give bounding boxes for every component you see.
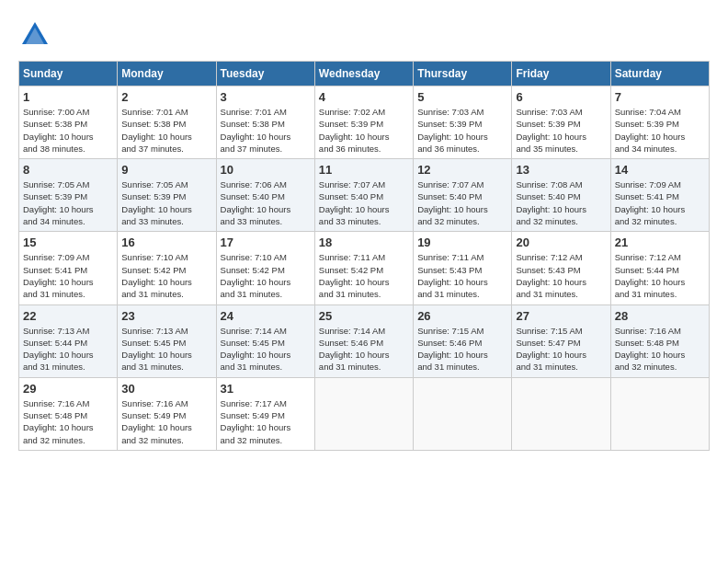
day-info: Sunrise: 7:01 AM Sunset: 5:38 PM Dayligh… bbox=[121, 106, 211, 155]
day-info: Sunrise: 7:05 AM Sunset: 5:39 PM Dayligh… bbox=[23, 178, 113, 227]
calendar-cell: 10Sunrise: 7:06 AM Sunset: 5:40 PM Dayli… bbox=[216, 159, 314, 232]
calendar-cell: 25Sunrise: 7:14 AM Sunset: 5:46 PM Dayli… bbox=[314, 304, 413, 377]
day-info: Sunrise: 7:06 AM Sunset: 5:40 PM Dayligh… bbox=[221, 178, 311, 227]
calendar-cell: 26Sunrise: 7:15 AM Sunset: 5:46 PM Dayli… bbox=[414, 304, 512, 377]
day-info: Sunrise: 7:10 AM Sunset: 5:42 PM Dayligh… bbox=[121, 251, 211, 300]
day-info: Sunrise: 7:01 AM Sunset: 5:38 PM Dayligh… bbox=[221, 106, 311, 155]
day-info: Sunrise: 7:07 AM Sunset: 5:40 PM Dayligh… bbox=[417, 178, 507, 227]
day-info: Sunrise: 7:13 AM Sunset: 5:45 PM Dayligh… bbox=[121, 325, 211, 373]
day-number: 21 bbox=[615, 236, 705, 249]
day-number: 25 bbox=[319, 309, 409, 323]
day-number: 23 bbox=[121, 309, 211, 323]
calendar-cell: 17Sunrise: 7:10 AM Sunset: 5:42 PM Dayli… bbox=[216, 232, 314, 304]
calendar-cell: 9Sunrise: 7:05 AM Sunset: 5:39 PM Daylig… bbox=[118, 159, 216, 232]
weekday-header: Thursday bbox=[414, 62, 512, 86]
calendar-cell: 5Sunrise: 7:03 AM Sunset: 5:39 PM Daylig… bbox=[414, 86, 512, 159]
day-number: 20 bbox=[516, 236, 606, 249]
calendar-week-row: 22Sunrise: 7:13 AM Sunset: 5:44 PM Dayli… bbox=[19, 304, 710, 377]
day-number: 4 bbox=[319, 90, 409, 104]
calendar-cell: 18Sunrise: 7:11 AM Sunset: 5:42 PM Dayli… bbox=[314, 232, 413, 304]
calendar-cell: 14Sunrise: 7:09 AM Sunset: 5:41 PM Dayli… bbox=[610, 159, 709, 232]
logo-icon bbox=[18, 18, 51, 52]
day-info: Sunrise: 7:08 AM Sunset: 5:40 PM Dayligh… bbox=[516, 178, 606, 227]
header-row: SundayMondayTuesdayWednesdayThursdayFrid… bbox=[19, 62, 710, 86]
day-info: Sunrise: 7:03 AM Sunset: 5:39 PM Dayligh… bbox=[417, 106, 507, 155]
day-info: Sunrise: 7:00 AM Sunset: 5:38 PM Dayligh… bbox=[23, 106, 113, 155]
day-number: 3 bbox=[221, 90, 311, 104]
calendar-cell: 7Sunrise: 7:04 AM Sunset: 5:39 PM Daylig… bbox=[610, 86, 709, 159]
calendar-cell: 24Sunrise: 7:14 AM Sunset: 5:45 PM Dayli… bbox=[216, 304, 314, 377]
day-info: Sunrise: 7:09 AM Sunset: 5:41 PM Dayligh… bbox=[23, 251, 113, 300]
day-number: 22 bbox=[23, 309, 113, 323]
calendar-cell: 6Sunrise: 7:03 AM Sunset: 5:39 PM Daylig… bbox=[512, 86, 610, 159]
day-info: Sunrise: 7:12 AM Sunset: 5:44 PM Dayligh… bbox=[615, 251, 705, 300]
day-number: 17 bbox=[221, 236, 311, 249]
day-number: 16 bbox=[121, 236, 211, 249]
day-info: Sunrise: 7:03 AM Sunset: 5:39 PM Dayligh… bbox=[516, 106, 606, 155]
day-number: 31 bbox=[221, 382, 311, 396]
day-number: 6 bbox=[516, 90, 606, 104]
weekday-header: Tuesday bbox=[216, 62, 314, 86]
calendar-cell bbox=[314, 377, 413, 450]
calendar-cell bbox=[512, 377, 610, 450]
day-info: Sunrise: 7:13 AM Sunset: 5:44 PM Dayligh… bbox=[23, 325, 113, 373]
day-number: 1 bbox=[23, 90, 113, 104]
calendar-cell: 20Sunrise: 7:12 AM Sunset: 5:43 PM Dayli… bbox=[512, 232, 610, 304]
calendar-cell: 22Sunrise: 7:13 AM Sunset: 5:44 PM Dayli… bbox=[19, 304, 118, 377]
header bbox=[18, 18, 710, 52]
calendar-cell: 21Sunrise: 7:12 AM Sunset: 5:44 PM Dayli… bbox=[610, 232, 709, 304]
calendar-cell: 29Sunrise: 7:16 AM Sunset: 5:48 PM Dayli… bbox=[19, 377, 118, 450]
day-number: 18 bbox=[319, 236, 409, 249]
calendar-cell: 31Sunrise: 7:17 AM Sunset: 5:49 PM Dayli… bbox=[216, 377, 314, 450]
calendar-week-row: 8Sunrise: 7:05 AM Sunset: 5:39 PM Daylig… bbox=[19, 159, 710, 232]
calendar-cell bbox=[414, 377, 512, 450]
calendar-cell: 27Sunrise: 7:15 AM Sunset: 5:47 PM Dayli… bbox=[512, 304, 610, 377]
calendar-week-row: 1Sunrise: 7:00 AM Sunset: 5:38 PM Daylig… bbox=[19, 86, 710, 159]
calendar-cell: 12Sunrise: 7:07 AM Sunset: 5:40 PM Dayli… bbox=[414, 159, 512, 232]
calendar-cell: 13Sunrise: 7:08 AM Sunset: 5:40 PM Dayli… bbox=[512, 159, 610, 232]
day-number: 5 bbox=[417, 90, 507, 104]
calendar-week-row: 15Sunrise: 7:09 AM Sunset: 5:41 PM Dayli… bbox=[19, 232, 710, 304]
day-info: Sunrise: 7:14 AM Sunset: 5:46 PM Dayligh… bbox=[319, 325, 409, 373]
calendar-cell: 19Sunrise: 7:11 AM Sunset: 5:43 PM Dayli… bbox=[414, 232, 512, 304]
day-info: Sunrise: 7:16 AM Sunset: 5:49 PM Dayligh… bbox=[121, 397, 211, 446]
day-info: Sunrise: 7:09 AM Sunset: 5:41 PM Dayligh… bbox=[615, 178, 705, 227]
day-info: Sunrise: 7:04 AM Sunset: 5:39 PM Dayligh… bbox=[615, 106, 705, 155]
day-info: Sunrise: 7:14 AM Sunset: 5:45 PM Dayligh… bbox=[221, 325, 311, 373]
weekday-header: Friday bbox=[512, 62, 610, 86]
day-number: 30 bbox=[121, 382, 211, 396]
day-number: 12 bbox=[417, 163, 507, 177]
weekday-header: Sunday bbox=[19, 62, 118, 86]
calendar-cell: 4Sunrise: 7:02 AM Sunset: 5:39 PM Daylig… bbox=[314, 86, 413, 159]
day-number: 7 bbox=[615, 90, 705, 104]
day-number: 10 bbox=[221, 163, 311, 177]
day-info: Sunrise: 7:11 AM Sunset: 5:43 PM Dayligh… bbox=[417, 251, 507, 300]
weekday-header: Wednesday bbox=[314, 62, 413, 86]
day-number: 15 bbox=[23, 236, 113, 249]
day-number: 13 bbox=[516, 163, 606, 177]
day-info: Sunrise: 7:15 AM Sunset: 5:47 PM Dayligh… bbox=[516, 325, 606, 373]
calendar-cell: 15Sunrise: 7:09 AM Sunset: 5:41 PM Dayli… bbox=[19, 232, 118, 304]
day-info: Sunrise: 7:05 AM Sunset: 5:39 PM Dayligh… bbox=[121, 178, 211, 227]
calendar-cell: 16Sunrise: 7:10 AM Sunset: 5:42 PM Dayli… bbox=[118, 232, 216, 304]
day-number: 27 bbox=[516, 309, 606, 323]
day-info: Sunrise: 7:07 AM Sunset: 5:40 PM Dayligh… bbox=[319, 178, 409, 227]
weekday-header: Saturday bbox=[610, 62, 709, 86]
day-number: 2 bbox=[121, 90, 211, 104]
day-info: Sunrise: 7:12 AM Sunset: 5:43 PM Dayligh… bbox=[516, 251, 606, 300]
day-number: 11 bbox=[319, 163, 409, 177]
calendar-cell: 28Sunrise: 7:16 AM Sunset: 5:48 PM Dayli… bbox=[610, 304, 709, 377]
day-number: 19 bbox=[417, 236, 507, 249]
weekday-header: Monday bbox=[118, 62, 216, 86]
day-number: 28 bbox=[615, 309, 705, 323]
day-number: 29 bbox=[23, 382, 113, 396]
logo bbox=[18, 18, 57, 52]
day-info: Sunrise: 7:11 AM Sunset: 5:42 PM Dayligh… bbox=[319, 251, 409, 300]
day-info: Sunrise: 7:15 AM Sunset: 5:46 PM Dayligh… bbox=[417, 325, 507, 373]
calendar-cell: 30Sunrise: 7:16 AM Sunset: 5:49 PM Dayli… bbox=[118, 377, 216, 450]
calendar-cell bbox=[610, 377, 709, 450]
calendar-cell: 3Sunrise: 7:01 AM Sunset: 5:38 PM Daylig… bbox=[216, 86, 314, 159]
calendar-cell: 2Sunrise: 7:01 AM Sunset: 5:38 PM Daylig… bbox=[118, 86, 216, 159]
day-info: Sunrise: 7:16 AM Sunset: 5:48 PM Dayligh… bbox=[615, 325, 705, 373]
day-number: 8 bbox=[23, 163, 113, 177]
